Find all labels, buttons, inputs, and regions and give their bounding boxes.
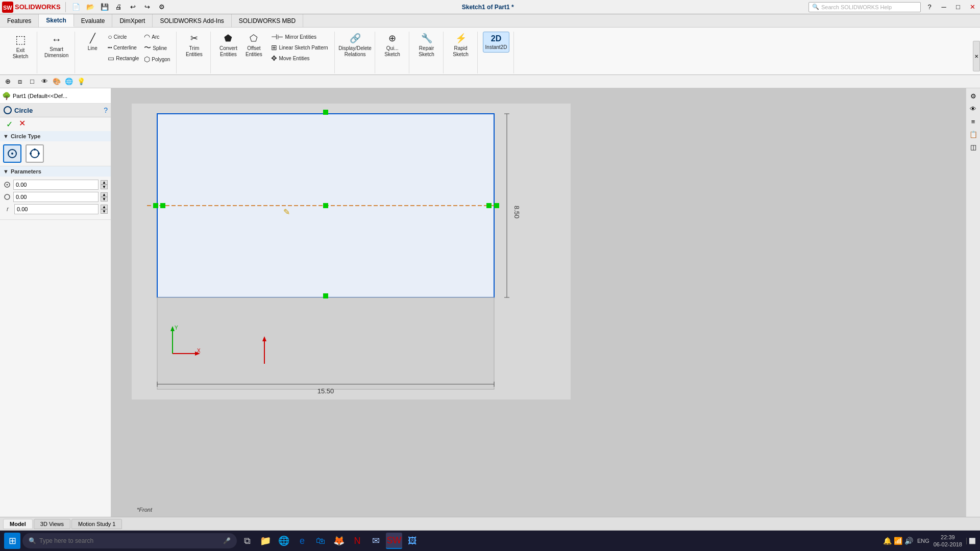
taskbar-file-explorer[interactable]: 📁	[257, 533, 274, 549]
parameters-header[interactable]: ▼ Parameters	[0, 166, 111, 177]
panel-cancel-btn[interactable]: ✕	[19, 118, 26, 130]
view-label: *Front	[137, 507, 152, 513]
view-appearance-btn[interactable]: 🎨	[51, 76, 62, 87]
spline-icon: 〜	[144, 43, 151, 53]
param-cy-input[interactable]	[13, 192, 99, 202]
smart-dimension-btn[interactable]: ↔ SmartDimension	[42, 32, 70, 60]
help-search-box[interactable]: 🔍 Search SOLIDWORKS Help	[808, 2, 921, 12]
open-btn[interactable]: 📂	[85, 2, 96, 13]
save-btn[interactable]: 💾	[99, 2, 110, 13]
spline-btn[interactable]: 〜 Spline	[142, 42, 172, 54]
param-cx-up[interactable]: ▲	[101, 180, 108, 185]
convert-entities-btn[interactable]: ⬟ ConvertEntities	[216, 32, 240, 59]
tray-icons: 🔔 📶 🔊	[883, 537, 913, 545]
polygon-btn[interactable]: ⬡ Polygon	[142, 54, 172, 64]
sketch-canvas[interactable]: ✎ 8.50 15.50 Y X	[111, 88, 966, 517]
param-radius-input[interactable]	[14, 204, 99, 214]
view-section-btn[interactable]: ⧈	[14, 76, 26, 87]
panel-header: Circle ?	[0, 104, 111, 117]
taskbar-netflix[interactable]: N	[349, 533, 365, 549]
taskbar-photos[interactable]: 🖼	[404, 533, 421, 549]
view-scene-btn[interactable]: 🌐	[63, 76, 75, 87]
parameters-content: ▲ ▼ ▲ ▼ r	[0, 177, 111, 219]
param-cx-down[interactable]: ▼	[101, 185, 108, 189]
show-desktop-btn[interactable]: ⬜	[966, 538, 976, 544]
taskbar-mic-icon[interactable]: 🎤	[223, 537, 231, 544]
tab-sketch[interactable]: Sketch	[39, 14, 74, 27]
close-panel-btn[interactable]: ✕	[973, 41, 980, 71]
circle-type-header[interactable]: ▼ Circle Type	[0, 131, 111, 141]
mirror-entities-btn[interactable]: ⊣⊢ Mirror Entities	[269, 32, 330, 42]
tab-motion-study[interactable]: Motion Study 1	[71, 519, 122, 529]
circle-center-radius-option[interactable]	[3, 144, 21, 163]
maximize-btn[interactable]: □	[952, 2, 964, 13]
line-btn[interactable]: ╱ Line	[80, 32, 105, 53]
quick-snaps-btn[interactable]: ⊕ Qui...Sketch	[380, 32, 405, 59]
circle-btn[interactable]: ○ Circle	[106, 32, 141, 42]
ribbon-group-rapid: ⚡ RapidSketch	[445, 32, 478, 73]
param-cx-icon	[3, 181, 11, 189]
help-btn[interactable]: ?	[924, 2, 935, 13]
start-button[interactable]: ⊞	[4, 533, 20, 549]
taskbar-search-box[interactable]: 🔍 🎤	[22, 533, 237, 548]
view-display-btn[interactable]: □	[27, 76, 38, 87]
tab-evaluate[interactable]: Evaluate	[74, 14, 113, 27]
exit-sketch-btn[interactable]: ⬚ ExitSketch	[8, 32, 33, 61]
centerline-icon: ┅	[108, 43, 112, 52]
repair-sketch-btn[interactable]: 🔧 RepairSketch	[414, 32, 439, 59]
svg-point-7	[34, 148, 36, 151]
taskbar-solidworks[interactable]: SW	[386, 533, 402, 549]
centerline-btn[interactable]: ┅ Centerline	[106, 42, 141, 53]
arc-btn[interactable]: ◠ Arc	[142, 32, 172, 42]
instant2d-btn[interactable]: 2D Instant2D	[483, 32, 510, 53]
panel-help-btn[interactable]: ?	[104, 106, 108, 114]
undo-btn[interactable]: ↩	[128, 2, 139, 13]
right-panel-btn-5[interactable]: ◫	[968, 141, 979, 153]
taskbar-task-view[interactable]: ⧉	[239, 533, 255, 549]
display-relations-icon: 🔗	[350, 33, 361, 44]
print-btn[interactable]: 🖨	[113, 2, 125, 13]
redo-btn[interactable]: ↪	[142, 2, 153, 13]
polygon-icon: ⬡	[144, 55, 150, 63]
new-btn[interactable]: 📄	[70, 2, 82, 13]
tab-model[interactable]: Model	[3, 519, 33, 529]
right-panel-btn-2[interactable]: 👁	[968, 103, 979, 114]
panel-confirm-btn[interactable]: ✓	[3, 118, 16, 130]
minimize-btn[interactable]: ─	[938, 2, 949, 13]
offset-entities-btn[interactable]: ⬠ OffsetEntities	[241, 32, 266, 59]
rapid-sketch-icon: ⚡	[455, 33, 467, 44]
tab-3d-views[interactable]: 3D Views	[34, 519, 70, 529]
tab-mbd[interactable]: SOLIDWORKS MBD	[232, 14, 303, 27]
taskbar-mail[interactable]: ✉	[368, 533, 384, 549]
param-cy-down[interactable]: ▼	[101, 197, 108, 202]
tab-dimxpert[interactable]: DimXpert	[112, 14, 153, 27]
param-cy-up[interactable]: ▲	[101, 192, 108, 197]
rapid-sketch-btn[interactable]: ⚡ RapidSketch	[449, 32, 473, 59]
circle-perimeter-option[interactable]	[26, 144, 44, 163]
taskbar-ie[interactable]: e	[294, 533, 310, 549]
close-btn[interactable]: ✕	[967, 2, 978, 13]
ribbon-tab-list: Features Sketch Evaluate DimXpert SOLIDW…	[0, 14, 980, 28]
line-icon: ╱	[90, 33, 95, 44]
taskbar-search-input[interactable]	[39, 537, 220, 544]
move-entities-btn[interactable]: ✥ Move Entities	[269, 53, 330, 63]
right-panel-btn-3[interactable]: ≡	[968, 116, 979, 127]
param-radius-down[interactable]: ▼	[101, 209, 108, 214]
trim-entities-btn[interactable]: ✂ TrimEntities	[182, 32, 206, 59]
display-delete-relations-btn[interactable]: 🔗 Display/DeleteRelations	[340, 32, 371, 59]
tab-features[interactable]: Features	[0, 14, 39, 27]
view-orient-btn[interactable]: ⊕	[2, 76, 13, 87]
right-panel-btn-4[interactable]: 📋	[968, 129, 979, 140]
tab-addins[interactable]: SOLIDWORKS Add-Ins	[153, 14, 231, 27]
right-panel-btn-1[interactable]: ⚙	[968, 90, 979, 102]
param-cx-input[interactable]	[13, 180, 99, 190]
options-btn[interactable]: ⚙	[156, 2, 167, 13]
taskbar-firefox[interactable]: 🦊	[331, 533, 347, 549]
taskbar-edge[interactable]: 🌐	[276, 533, 292, 549]
rectangle-btn[interactable]: ▭ Rectangle	[106, 53, 141, 63]
taskbar-win-store[interactable]: 🛍	[312, 533, 329, 549]
view-hide-btn[interactable]: 👁	[39, 76, 50, 87]
view-lights-btn[interactable]: 💡	[76, 76, 87, 87]
param-radius-up[interactable]: ▲	[101, 205, 108, 209]
linear-sketch-pattern-btn[interactable]: ⊞ Linear Sketch Pattern	[269, 42, 330, 53]
